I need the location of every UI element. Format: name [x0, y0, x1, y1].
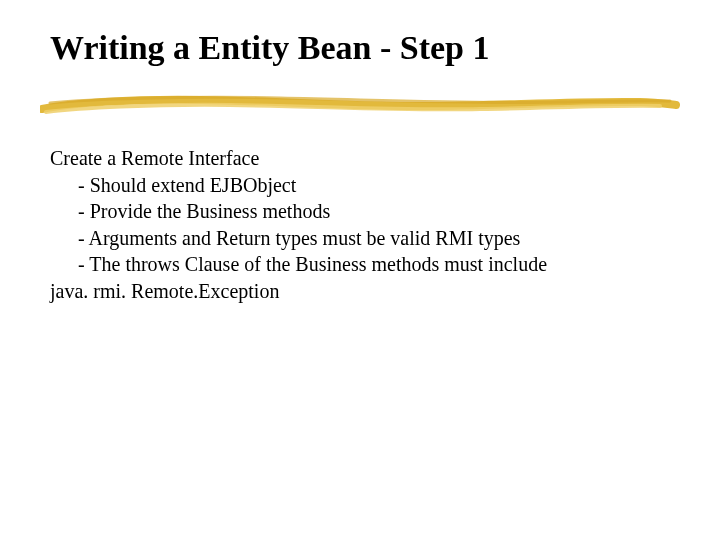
- bullet-2: - Provide the Business methods: [50, 198, 650, 225]
- tail-text: java. rmi. Remote.Exception: [50, 278, 650, 305]
- slide-body: Create a Remote Interface - Should exten…: [50, 145, 650, 305]
- brush-stroke-icon: [40, 89, 680, 117]
- title-underline: [40, 89, 680, 117]
- bullet-4: - The throws Clause of the Business meth…: [50, 251, 650, 278]
- lead-text: Create a Remote Interface: [50, 145, 650, 172]
- slide-title: Writing a Entity Bean - Step 1: [50, 28, 680, 67]
- slide: Writing a Entity Bean - Step 1 Create a …: [0, 0, 720, 345]
- bullet-3: - Arguments and Return types must be val…: [50, 225, 650, 252]
- bullet-1: - Should extend EJBObject: [50, 172, 650, 199]
